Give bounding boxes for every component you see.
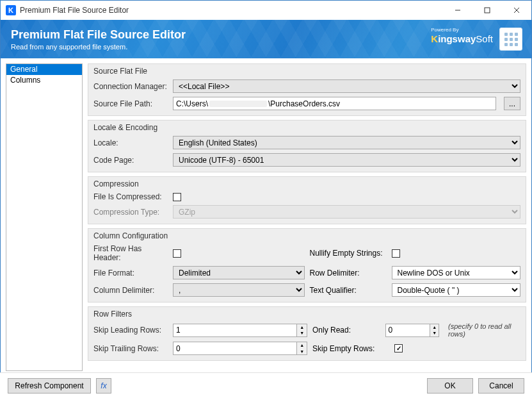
refresh-component-button[interactable]: Refresh Component <box>8 378 91 394</box>
section-title: Locale & Encoding <box>93 123 520 132</box>
banner-subtitle: Read from any supported file system. <box>11 43 186 51</box>
skip-leading-input[interactable] <box>173 324 296 337</box>
spin-down-icon[interactable]: ▼ <box>430 330 439 336</box>
section-compression: Compression File Is Compressed: Compress… <box>88 176 526 224</box>
refresh-label: Refresh Component <box>15 381 83 390</box>
banner: Premium Flat File Source Editor Read fro… <box>1 20 531 58</box>
path-prefix: C:\Users\ <box>176 99 208 108</box>
codepage-label: Code Page: <box>93 156 168 165</box>
row-delimiter-label: Row Delimiter: <box>310 269 387 278</box>
compression-type-select: GZip <box>173 205 520 219</box>
ok-label: OK <box>444 381 455 390</box>
app-icon: K <box>6 5 16 15</box>
window-controls <box>443 1 531 20</box>
file-format-label: File Format: <box>93 269 168 278</box>
skip-leading-spinner[interactable]: ▲ ▼ <box>173 324 307 337</box>
content: General Columns Source Flat File Connect… <box>1 58 531 372</box>
skip-trailing-label: Skip Trailing Rows: <box>93 344 168 353</box>
skip-trailing-spinner[interactable]: ▲ ▼ <box>173 342 307 355</box>
svg-rect-1 <box>485 8 490 13</box>
sidebar-item-general[interactable]: General <box>6 64 82 75</box>
browse-label: ... <box>509 99 515 108</box>
banner-text: Premium Flat File Source Editor Read fro… <box>11 28 186 51</box>
path-redacted <box>209 101 267 107</box>
first-row-header-checkbox[interactable] <box>173 249 181 258</box>
nullify-empty-label: Nullify Empty Strings: <box>310 249 387 258</box>
banner-title: Premium Flat File Source Editor <box>11 28 186 42</box>
nullify-empty-checkbox[interactable] <box>392 249 400 258</box>
main-panel: Source Flat File Connection Manager: <<L… <box>88 63 526 371</box>
skip-empty-checkbox[interactable] <box>394 344 403 352</box>
sidebar: General Columns <box>6 63 83 371</box>
column-delimiter-label: Column Delimiter: <box>93 286 168 295</box>
fx-button[interactable]: fx <box>96 378 111 394</box>
source-file-path-label: Source File Path: <box>93 99 168 108</box>
spin-up-icon[interactable]: ▲ <box>297 342 307 349</box>
sidebar-item-columns[interactable]: Columns <box>6 75 82 86</box>
kingswaysoft-logo: Powered By KingswaySoft <box>431 28 493 44</box>
section-title: Column Configuration <box>93 231 520 240</box>
cancel-button[interactable]: Cancel <box>478 378 524 394</box>
first-row-header-label: First Row Has Header: <box>93 244 168 262</box>
titlebar: K Premium Flat File Source Editor <box>1 1 531 20</box>
only-read-input[interactable] <box>385 324 430 337</box>
ok-button[interactable]: OK <box>427 378 473 394</box>
path-suffix: \PurchaseOrders.csv <box>268 99 340 108</box>
section-row-filters: Row Filters Skip Leading Rows: ▲ ▼ Only … <box>88 306 526 361</box>
only-read-hint: (specify 0 to read all rows) <box>448 322 520 338</box>
skip-empty-label: Skip Empty Rows: <box>312 344 389 353</box>
powered-by-label: Powered By <box>431 28 493 33</box>
section-locale-encoding: Locale & Encoding Locale: English (Unite… <box>88 120 526 172</box>
only-read-spinner[interactable]: ▲ ▼ <box>385 324 439 337</box>
brand-name: KingswaySoft <box>431 34 493 44</box>
column-delimiter-select[interactable]: , <box>173 283 305 297</box>
skip-trailing-input[interactable] <box>173 342 296 355</box>
section-title: Source Flat File <box>93 67 520 76</box>
locale-select[interactable]: English (United States) <box>173 136 520 149</box>
browse-button[interactable]: ... <box>504 97 520 110</box>
minimize-button[interactable] <box>443 1 472 20</box>
spin-up-icon[interactable]: ▲ <box>430 324 439 331</box>
section-source-flat-file: Source Flat File Connection Manager: <<L… <box>88 63 526 116</box>
bottom-bar: Refresh Component fx OK Cancel <box>0 372 532 398</box>
maximize-button[interactable] <box>472 1 502 20</box>
spin-down-icon[interactable]: ▼ <box>297 330 307 336</box>
compression-type-label: Compression Type: <box>93 208 168 217</box>
cancel-label: Cancel <box>489 381 513 390</box>
file-is-compressed-checkbox[interactable] <box>173 193 181 201</box>
skip-leading-label: Skip Leading Rows: <box>93 326 168 335</box>
close-button[interactable] <box>502 1 531 20</box>
spin-up-icon[interactable]: ▲ <box>297 324 307 331</box>
window-title: Premium Flat File Source Editor <box>20 6 443 15</box>
codepage-select[interactable]: Unicode (UTF-8) - 65001 <box>173 153 520 167</box>
spin-down-icon[interactable]: ▼ <box>297 349 307 355</box>
section-column-config: Column Configuration First Row Has Heade… <box>88 228 526 303</box>
section-title: Compression <box>93 179 520 188</box>
row-delimiter-select[interactable]: Newline DOS or Unix <box>392 266 521 279</box>
file-grid-icon <box>499 28 522 51</box>
file-format-select[interactable]: Delimited <box>173 266 305 279</box>
sidebar-item-label: Columns <box>10 76 40 85</box>
locale-label: Locale: <box>93 138 168 147</box>
only-read-label: Only Read: <box>312 326 380 335</box>
connection-manager-select[interactable]: <<Local File>> <box>173 79 520 93</box>
source-file-path-input[interactable]: C:\Users\ \PurchaseOrders.csv <box>173 97 496 110</box>
text-qualifier-select[interactable]: Double-Quote ( " ) <box>392 283 521 297</box>
file-is-compressed-label: File Is Compressed: <box>93 192 168 201</box>
sidebar-item-label: General <box>10 65 38 74</box>
text-qualifier-label: Text Qualifier: <box>310 286 387 295</box>
section-title: Row Filters <box>93 310 520 319</box>
connection-manager-label: Connection Manager: <box>93 82 168 91</box>
fx-label: fx <box>101 381 106 390</box>
